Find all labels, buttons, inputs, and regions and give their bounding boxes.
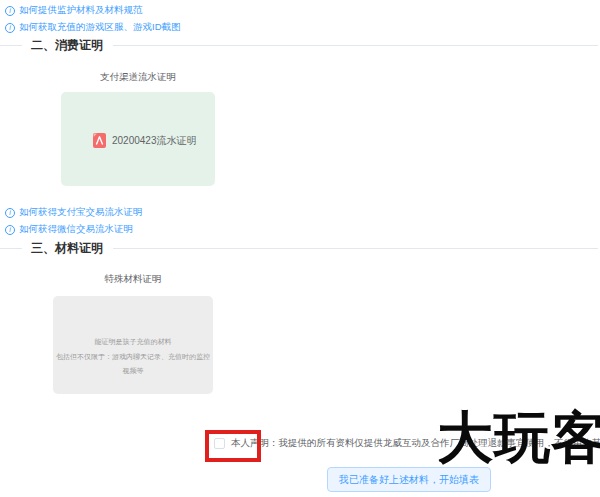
payment-proof-upload-card: 20200423流水证明	[61, 92, 215, 186]
declaration-checkbox[interactable]	[214, 438, 225, 449]
section-title: 二、消费证明	[31, 37, 103, 54]
divider	[113, 248, 598, 249]
refund-materials-page: i 如何提供监护材料及材料规范 i 如何获取充值的游戏区服、游戏ID截图 二、消…	[0, 0, 600, 497]
section-header-consumption: 二、消费证明	[0, 37, 600, 54]
divider	[0, 248, 22, 249]
link-label: 如何提供监护材料及材料规范	[19, 4, 143, 17]
link-game-server-id[interactable]: i 如何获取充值的游戏区服、游戏ID截图	[5, 21, 181, 34]
info-icon: i	[5, 6, 15, 16]
info-icon: i	[5, 23, 15, 33]
uploaded-file-item[interactable]: 20200423流水证明	[93, 133, 197, 148]
uploaded-file-name: 20200423流水证明	[112, 134, 197, 148]
payment-proof-label: 支付渠道流水证明	[61, 71, 215, 84]
declaration-row: 本人声明：我提供的所有资料仅提供龙威互动及合作厂商处理退款事宜使用，不得用作其他…	[214, 437, 600, 450]
link-label: 如何获得微信交易流水证明	[19, 223, 133, 236]
section-title: 三、材料证明	[31, 240, 103, 257]
placeholder-line-1: 能证明是孩子充值的材料	[53, 335, 213, 350]
divider	[0, 45, 22, 46]
link-guardian-materials[interactable]: i 如何提供监护材料及材料规范	[5, 4, 143, 17]
divider	[113, 45, 598, 46]
link-label: 如何获得支付宝交易流水证明	[19, 206, 143, 219]
pdf-file-icon	[93, 133, 106, 148]
link-label: 如何获取充值的游戏区服、游戏ID截图	[19, 21, 181, 34]
link-alipay-flow[interactable]: i 如何获得支付宝交易流水证明	[5, 206, 143, 219]
info-icon: i	[5, 225, 15, 235]
special-material-upload-card[interactable]: 能证明是孩子充值的材料 包括但不仅限于：游戏内聊天记录、充值时的监控视频等	[53, 296, 213, 394]
info-icon: i	[5, 208, 15, 218]
section-header-material: 三、材料证明	[0, 240, 600, 257]
declaration-text: 本人声明：我提供的所有资料仅提供龙威互动及合作厂商处理退款事宜使用，不得用作其他…	[231, 437, 600, 450]
upload-placeholder-text: 能证明是孩子充值的材料 包括但不仅限于：游戏内聊天记录、充值时的监控视频等	[53, 335, 213, 379]
placeholder-line-2: 包括但不仅限于：游戏内聊天记录、充值时的监控视频等	[53, 350, 213, 379]
start-form-button[interactable]: 我已准备好上述材料，开始填表	[327, 467, 491, 492]
special-material-label: 特殊材料证明	[53, 273, 213, 286]
link-wechat-flow[interactable]: i 如何获得微信交易流水证明	[5, 223, 133, 236]
